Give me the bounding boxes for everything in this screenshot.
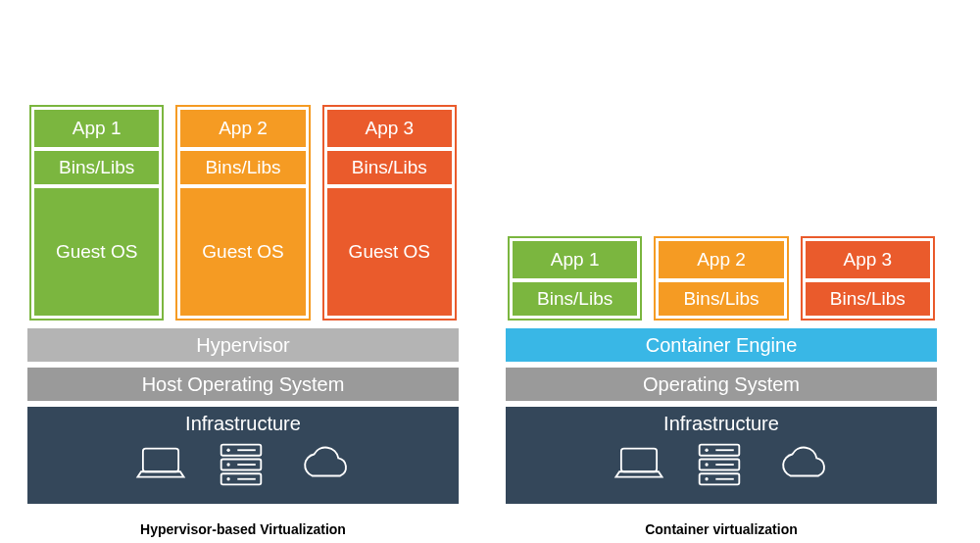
hypervisor-column: App 1 Bins/Libs Guest OS App 2 Bins/Libs…	[27, 105, 459, 543]
vm3-guest-label: Guest OS	[327, 188, 452, 316]
ct-stack-3: App 3 Bins/Libs	[801, 236, 935, 321]
vm2-app-label: App 2	[180, 110, 305, 147]
svg-point-14	[705, 449, 708, 452]
vm2-guest-label: Guest OS	[180, 188, 305, 316]
svg-point-16	[705, 477, 708, 480]
hv-infra-icons	[132, 441, 354, 492]
operating-system-layer: Operating System	[506, 368, 937, 401]
ct-infrastructure-layer: Infrastructure	[506, 407, 937, 504]
vm1-guest-label: Guest OS	[34, 188, 159, 316]
ct3-app-label: App 3	[806, 241, 930, 278]
container-stacks: App 1 Bins/Libs App 2 Bins/Libs App 3 Bi…	[506, 236, 937, 321]
host-os-layer: Host Operating System	[27, 368, 459, 401]
svg-point-4	[226, 449, 229, 452]
vm2-bins-label: Bins/Libs	[180, 151, 305, 184]
vm1-bins-label: Bins/Libs	[34, 151, 159, 184]
ct1-app-label: App 1	[513, 241, 637, 278]
ct1-bins-label: Bins/Libs	[513, 282, 637, 316]
svg-rect-0	[143, 449, 178, 472]
svg-point-5	[226, 463, 229, 466]
hv-caption: Hypervisor-based Virtualization	[27, 521, 459, 537]
ct-caption: Container virtualization	[506, 521, 937, 537]
container-engine-layer: Container Engine	[506, 328, 937, 362]
cloud-icon	[771, 444, 832, 489]
vm3-app-label: App 3	[327, 110, 452, 147]
ct-stack-1: App 1 Bins/Libs	[508, 236, 642, 321]
ct-infra-label: Infrastructure	[663, 413, 779, 435]
vm-stacks: App 1 Bins/Libs Guest OS App 2 Bins/Libs…	[27, 105, 459, 321]
vm-stack-3: App 3 Bins/Libs Guest OS	[322, 105, 457, 321]
vm-stack-2: App 2 Bins/Libs Guest OS	[175, 105, 310, 321]
ct3-bins-label: Bins/Libs	[806, 282, 930, 316]
hv-infra-label: Infrastructure	[185, 413, 301, 435]
hypervisor-layer: Hypervisor	[27, 328, 459, 362]
container-column: App 1 Bins/Libs App 2 Bins/Libs App 3 Bi…	[506, 236, 937, 543]
laptop-icon	[611, 443, 667, 490]
ct-infra-icons	[611, 441, 832, 492]
ct2-app-label: App 2	[659, 241, 783, 278]
svg-point-15	[705, 463, 708, 466]
server-icon	[217, 441, 266, 492]
server-icon	[695, 441, 744, 492]
ct-stack-2: App 2 Bins/Libs	[654, 236, 788, 321]
hv-infrastructure-layer: Infrastructure	[27, 407, 459, 504]
svg-point-6	[226, 477, 229, 480]
laptop-icon	[132, 443, 189, 490]
vm1-app-label: App 1	[34, 110, 159, 147]
ct2-bins-label: Bins/Libs	[659, 282, 783, 316]
svg-rect-10	[621, 449, 657, 472]
cloud-icon	[293, 444, 354, 489]
vm3-bins-label: Bins/Libs	[327, 151, 452, 184]
vm-stack-1: App 1 Bins/Libs Guest OS	[29, 105, 164, 321]
diagram-canvas: App 1 Bins/Libs Guest OS App 2 Bins/Libs…	[0, 0, 980, 543]
